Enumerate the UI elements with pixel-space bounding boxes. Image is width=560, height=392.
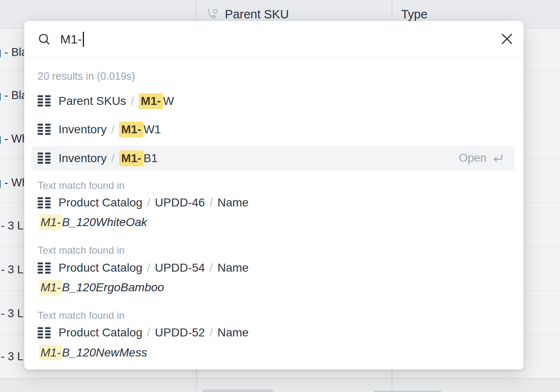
breadcrumb-separator: /	[209, 261, 213, 275]
match-field-name: Name	[217, 196, 249, 209]
text-match-value: M1-B_120WhiteOak	[39, 216, 147, 229]
search-result-row[interactable]: Parent SKUs / M1-W	[31, 89, 515, 113]
results-summary: 20 results in (0.019s)	[38, 70, 135, 82]
close-icon[interactable]	[500, 32, 514, 46]
breadcrumb-separator: /	[209, 326, 213, 339]
search-input[interactable]: M1-	[60, 31, 84, 48]
match-highlight-soft: M1-	[39, 345, 62, 360]
result-table-name: Inventory	[59, 152, 107, 165]
match-highlight-soft: M1-	[39, 280, 62, 295]
bottom-band	[0, 378, 560, 392]
match-highlight: M1-	[119, 150, 143, 166]
column-header-label: Parent SKU	[225, 8, 289, 21]
match-table-name: Product Catalog	[59, 261, 143, 275]
match-table-name: Product Catalog	[59, 326, 143, 339]
breadcrumb-separator: /	[209, 196, 213, 209]
match-highlight: M1-	[139, 93, 163, 109]
text-match-label: Text match found in	[38, 310, 125, 321]
breadcrumb-separator: /	[147, 326, 150, 339]
search-icon	[38, 33, 52, 48]
text-match-label: Text match found in	[38, 180, 125, 191]
result-table-name: Parent SKUs	[59, 94, 126, 108]
result-row-name: B1	[143, 152, 158, 165]
background-button-fragment	[202, 389, 274, 392]
match-table-name: Product Catalog	[59, 196, 143, 209]
enter-key-icon	[491, 153, 504, 163]
table-icon	[38, 95, 51, 107]
match-record-id: UPDD-54	[155, 261, 205, 275]
background-button-fragment	[373, 390, 442, 392]
table-row: - 3 L	[1, 350, 23, 363]
table-icon	[38, 124, 51, 135]
breadcrumb-separator: /	[147, 196, 150, 209]
result-row-name: W1	[143, 123, 161, 136]
text-match-label: Text match found in	[38, 244, 125, 256]
text-match-value: M1-B_120NewMess	[39, 346, 147, 359]
column-header-label: Type	[401, 8, 428, 21]
result-table-name: Inventory	[59, 123, 107, 136]
result-row-name: W	[163, 94, 174, 108]
text-caret	[83, 32, 84, 47]
breadcrumb-separator: /	[111, 152, 115, 165]
search-modal: M1- 20 results in (0.019s) Parent SKUs /…	[24, 21, 524, 369]
breadcrumb-separator: /	[111, 123, 115, 136]
match-record-id: UPDD-52	[155, 326, 205, 339]
text-match-value: M1-B_120ErgoBamboo	[39, 281, 164, 294]
search-bar[interactable]: M1-	[24, 21, 524, 58]
match-highlight: M1-	[119, 122, 143, 137]
breadcrumb-separator: /	[131, 94, 134, 108]
search-result-row[interactable]: Inventory / M1-W1	[31, 117, 515, 142]
table-row: g - Bla	[0, 46, 28, 59]
text-match-crumb[interactable]: Product Catalog / UPDD-52 / Name	[38, 326, 249, 340]
search-result-row-selected[interactable]: Inventory / M1-B1 Open	[31, 146, 515, 171]
table-icon	[38, 262, 51, 274]
link-row-icon	[206, 8, 219, 20]
table-icon	[38, 153, 51, 164]
match-field-name: Name	[217, 326, 249, 339]
divider	[24, 57, 524, 58]
open-hint: Open	[459, 146, 504, 171]
table-row: - 3 L	[1, 219, 23, 232]
match-record-id: UPDD-46	[155, 196, 205, 209]
text-match-crumb[interactable]: Product Catalog / UPDD-46 / Name	[38, 196, 249, 210]
breadcrumb-separator: /	[147, 261, 150, 275]
table-row: - 3 L	[1, 307, 23, 320]
table-row: - 3 L	[1, 263, 23, 276]
open-label: Open	[459, 152, 486, 165]
table-icon	[38, 197, 51, 209]
match-highlight-soft: M1-	[39, 214, 62, 230]
match-field-name: Name	[217, 261, 249, 275]
text-match-crumb[interactable]: Product Catalog / UPDD-54 / Name	[38, 261, 249, 275]
table-icon	[38, 327, 51, 339]
column-divider	[196, 379, 197, 392]
table-row: g - Bla	[0, 89, 28, 102]
